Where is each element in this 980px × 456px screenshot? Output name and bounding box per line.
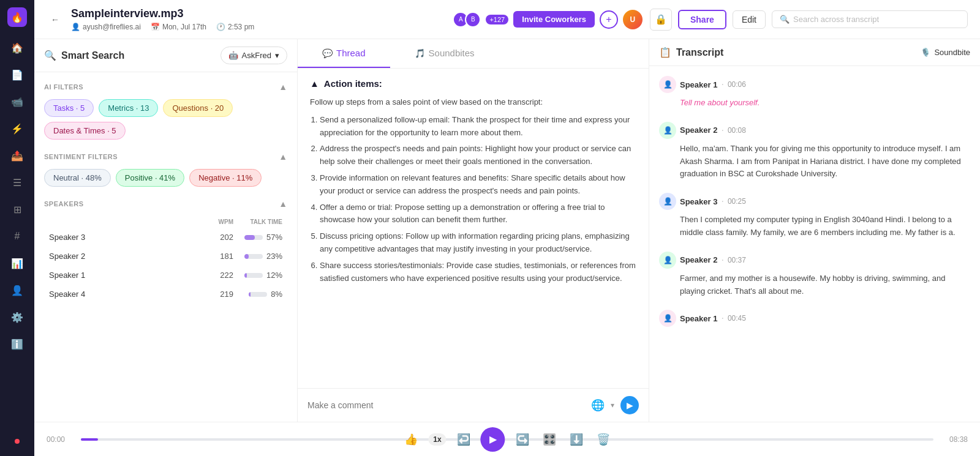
speaker-3-name: Speaker 3 (49, 233, 203, 242)
player-time-start: 00:00 (47, 435, 71, 444)
speaker-1-avatar-2: 👤 (659, 310, 676, 327)
nav-hash[interactable]: # (6, 225, 28, 247)
speakers-collapse[interactable]: ▲ (279, 199, 287, 209)
dates-times-filter-chip[interactable]: Dates & Times · 5 (44, 122, 126, 140)
nav-grid[interactable]: ⊞ (6, 198, 28, 220)
askfred-button[interactable]: 🤖 AskFred ▾ (221, 47, 287, 64)
talk-column-header: TALK TIME (233, 219, 282, 225)
transcript-speaker-4: Speaker 2 (680, 255, 717, 264)
speaker-2-wpm: 181 (203, 252, 233, 261)
progress-bar (81, 438, 98, 441)
meta-time-text: 2:53 pm (228, 23, 254, 31)
ai-filters-title: AI FILTERS (44, 83, 83, 91)
nav-upload[interactable]: 📤 (6, 144, 28, 166)
speakers-title: SPEAKERS (44, 200, 84, 207)
speaker-4-name: Speaker 4 (49, 290, 203, 299)
speakers-table: WPM TALK TIME Speaker 3 202 57% Speaker … (44, 216, 287, 304)
player-controls: 👍 1x ↩️ ▶ ↪️ 🎛️ ⬇️ 🗑️ (401, 427, 612, 452)
speaker-1-wpm: 222 (203, 271, 233, 280)
transcript-search-bar[interactable]: 🔍 Search across transcript (772, 10, 968, 28)
soundbite-button[interactable]: 🎙️ Soundbite (921, 48, 970, 57)
rewind-button[interactable]: ↩️ (454, 430, 473, 449)
nav-menu[interactable]: ☰ (6, 171, 28, 193)
back-button[interactable]: ← (47, 11, 64, 28)
neutral-sentiment-chip[interactable]: Neutral · 48% (44, 169, 111, 187)
waveform-button[interactable]: 🎛️ (540, 430, 559, 449)
chevron-up-icon: ▲ (310, 78, 319, 89)
panels-row: 🔍 Smart Search 🤖 AskFred ▾ AI FILTERS ▲ … (34, 39, 980, 422)
share-button[interactable]: Share (678, 10, 726, 29)
plus-button[interactable]: + (600, 10, 618, 29)
invite-button[interactable]: Invite Coworkers (513, 11, 595, 28)
speaker-2-avatar: 👤 (659, 122, 676, 139)
delete-button[interactable]: 🗑️ (594, 430, 613, 449)
negative-sentiment-chip[interactable]: Negative · 11% (189, 169, 262, 187)
nav-zap[interactable]: ⚡ (6, 118, 28, 140)
speed-button[interactable]: 1x (428, 433, 446, 446)
speakers-section: SPEAKERS ▲ (44, 199, 287, 209)
nav-video[interactable]: 📹 (6, 91, 28, 113)
search-placeholder: Search across transcript (793, 15, 879, 24)
soundbite-icon: 🎙️ (921, 48, 930, 57)
metrics-filter-chip[interactable]: Metrics · 13 (99, 99, 158, 117)
speaker-row-3[interactable]: Speaker 3 202 57% (44, 228, 287, 247)
send-button[interactable]: ▶ (620, 396, 639, 414)
forward-button[interactable]: ↪️ (513, 430, 532, 449)
transcript-meta-5: 👤 Speaker 1 · 00:45 (659, 310, 970, 327)
nav-chart[interactable]: 📊 (6, 252, 28, 274)
avatar-2: B (465, 12, 481, 28)
globe-icon[interactable]: 🌐 (591, 398, 605, 412)
left-panel: 🔍 Smart Search 🤖 AskFred ▾ AI FILTERS ▲ … (34, 39, 298, 422)
speaker-4-talk: 8% (233, 290, 282, 299)
transcript-time-3: 00:25 (728, 197, 746, 206)
avatar-group: A B (453, 12, 481, 28)
speaker-3-wpm: 202 (203, 233, 233, 242)
middle-panel: 💬 Thread 🎵 Soundbites ▲ Action items: Fo… (298, 39, 649, 422)
nav-home[interactable]: 🏠 (6, 37, 28, 59)
meta-date-text: Mon, Jul 17th (162, 23, 206, 31)
nav-settings[interactable]: ⚙️ (6, 306, 28, 328)
speaker-row-2[interactable]: Speaker 2 181 23% (44, 247, 287, 266)
positive-sentiment-chip[interactable]: Positive · 41% (116, 169, 184, 187)
sentiment-filters-title: SENTIMENT FILTERS (44, 153, 118, 160)
thread-tab-icon: 💬 (322, 48, 333, 58)
download-button[interactable]: ⬇️ (567, 430, 586, 449)
action-step-1: Send a personalized follow-up email: Tha… (320, 114, 636, 140)
nav-user[interactable]: 👤 (6, 279, 28, 301)
lock-button[interactable]: 🔒 (650, 9, 672, 31)
like-button[interactable]: 👍 (401, 430, 421, 449)
action-step-6: Share success stories/testimonials: Prov… (320, 260, 636, 285)
tab-thread[interactable]: 💬 Thread (298, 39, 390, 68)
invite-bar: A B +127 Invite Coworkers + U (453, 10, 643, 29)
sentiment-filters-collapse[interactable]: ▲ (279, 152, 287, 162)
speaker-1-talk: 12% (233, 271, 282, 280)
comment-input[interactable] (307, 400, 585, 410)
calendar-icon: 📅 (151, 23, 160, 31)
app-logo[interactable]: 🔥 (7, 7, 27, 27)
edit-button[interactable]: Edit (733, 10, 766, 29)
questions-filter-chip[interactable]: Questions · 20 (163, 99, 233, 117)
action-items-header: ▲ Action items: (310, 78, 636, 89)
speaker-row-4[interactable]: Speaker 4 219 8% (44, 285, 287, 304)
transcript-entry-1: 👤 Speaker 1 · 00:06 Tell me about yourse… (659, 76, 970, 110)
transcript-time-1: 00:06 (728, 80, 746, 89)
play-button[interactable]: ▶ (481, 427, 505, 452)
askfred-icon: 🤖 (228, 51, 238, 60)
transcript-text-4: Farmer, and my mother is a housewife. My… (659, 272, 970, 298)
dropdown-icon[interactable]: ▾ (611, 401, 614, 409)
transcript-text-2: Hello, ma'am. Thank you for giving me th… (659, 143, 970, 181)
top-header: ← Sampleinterview.mp3 👤 ayush@fireflies.… (34, 0, 980, 39)
wpm-column-header: WPM (203, 219, 233, 225)
transcript-icon: 📋 (659, 47, 671, 58)
ai-filters-collapse[interactable]: ▲ (279, 82, 287, 92)
nav-docs[interactable]: 📄 (6, 64, 28, 86)
nav-info[interactable]: ℹ️ (6, 333, 28, 355)
speaker-row-1[interactable]: Speaker 1 222 12% (44, 266, 287, 285)
comment-box: 🌐 ▾ ▶ (298, 388, 649, 422)
sidebar-nav: 🔥 🏠 📄 📹 ⚡ 📤 ☰ ⊞ # 📊 👤 ⚙️ ℹ️ (0, 0, 34, 456)
left-panel-header: 🔍 Smart Search 🤖 AskFred ▾ (34, 39, 297, 72)
soundbites-tab-icon: 🎵 (415, 48, 425, 58)
tasks-filter-chip[interactable]: Tasks · 5 (44, 99, 94, 117)
tab-soundbites[interactable]: 🎵 Soundbites (390, 39, 499, 68)
speaker-2-talk: 23% (233, 252, 282, 261)
